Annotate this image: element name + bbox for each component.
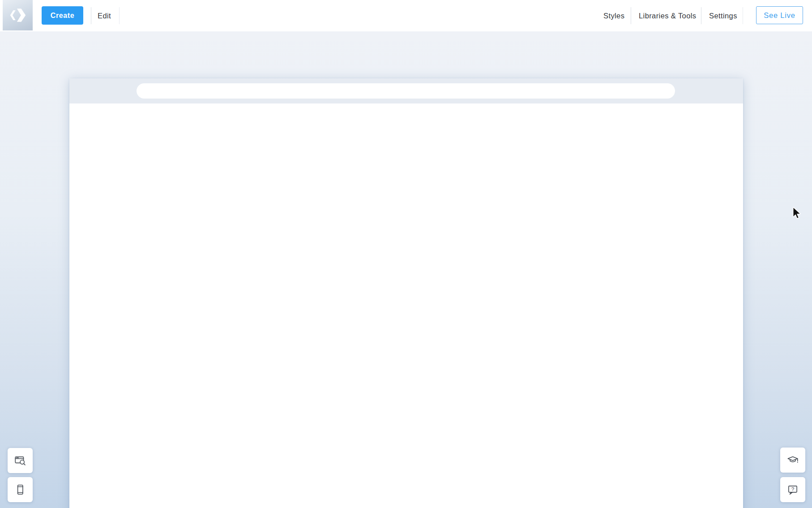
- edit-menu-item[interactable]: Edit: [98, 0, 111, 31]
- separator: [119, 7, 120, 24]
- browser-preview-button[interactable]: [8, 448, 33, 473]
- canvas-body[interactable]: [69, 103, 743, 508]
- separator: [743, 7, 743, 24]
- see-live-button[interactable]: See Live: [756, 6, 803, 24]
- page-canvas[interactable]: [69, 78, 743, 508]
- url-bar: [137, 83, 675, 99]
- app-logo[interactable]: [3, 0, 33, 30]
- separator: [91, 7, 91, 24]
- graduation-cap-alert-icon: [786, 454, 799, 466]
- mobile-device-icon: [14, 483, 26, 496]
- workspace: ?: [0, 31, 812, 508]
- libraries-tools-menu-item[interactable]: Libraries & Tools: [639, 0, 696, 31]
- create-button[interactable]: Create: [42, 6, 83, 25]
- browser-search-icon: [14, 454, 26, 467]
- separator: [701, 7, 701, 24]
- separator: [631, 7, 631, 24]
- canvas-browser-bar: [69, 78, 743, 103]
- help-button[interactable]: ?: [780, 477, 805, 502]
- mouse-cursor-icon: [792, 207, 802, 220]
- tutorials-button[interactable]: [780, 448, 805, 473]
- settings-menu-item[interactable]: Settings: [709, 0, 737, 31]
- topbar: Create Edit Styles Libraries & Tools Set…: [0, 0, 812, 31]
- mobile-preview-button[interactable]: [8, 477, 33, 502]
- svg-text:?: ?: [791, 486, 795, 492]
- double-chevron-logo-icon: [8, 5, 28, 26]
- styles-menu-item[interactable]: Styles: [603, 0, 624, 31]
- question-chat-icon: ?: [786, 483, 799, 496]
